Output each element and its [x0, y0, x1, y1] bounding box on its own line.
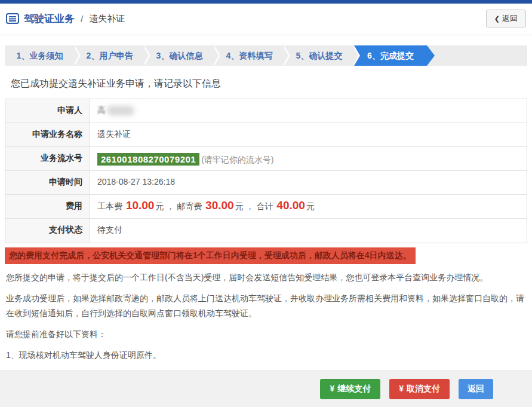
continue-payment-label: 继续支付: [337, 384, 371, 393]
step-tab-6-active[interactable]: 6、完成提交: [354, 45, 427, 66]
step-label: 3、确认信息: [156, 51, 203, 60]
step-tab-1[interactable]: 1、业务须知: [5, 45, 75, 66]
wizard-steps: 1、业务须知 2、用户申告 3、确认信息 4、资料填写 5、确认提交 6、完成提…: [5, 45, 527, 66]
row-value-fees: 工本费 10.00元 ， 邮寄费 30.00元 ， 合计 40.00元: [90, 195, 527, 218]
note-paragraph: 您所提交的申请，将于提交后的一个工作日(不含当天)受理，届时会发送短信告知受理结…: [6, 270, 526, 285]
serial-note: (请牢记你的流水号): [201, 155, 273, 164]
header-back-label: 返回: [502, 14, 518, 23]
breadcrumb: 驾驶证业务 / 遗失补证: [6, 12, 125, 26]
row-label: 申请业务名称: [5, 123, 90, 146]
row-label: 业务流水号: [5, 147, 90, 170]
step-label: 1、业务须知: [17, 51, 63, 60]
row-label: 申请时间: [5, 171, 90, 194]
note-paragraph: 1、现场核对机动车驾驶人身份证明原件。: [6, 348, 526, 363]
row-label: 支付状态: [5, 219, 90, 243]
cancel-payment-label: 取消支付: [407, 384, 440, 393]
footer-back-button[interactable]: 返回: [459, 379, 493, 399]
page-subtitle: 遗失补证: [89, 13, 125, 25]
fee-amount: 30.00: [204, 199, 235, 212]
step-label: 4、资料填写: [226, 51, 273, 60]
step-tab-5[interactable]: 5、确认提交: [284, 45, 354, 66]
info-table: 申请人 高 申请业务名称 遗失补证 业务流水号 2610018082700792…: [5, 99, 527, 243]
table-row-payment-status: 支付状态 待支付: [5, 219, 527, 243]
fee-suffix: 元: [306, 201, 315, 211]
footer-back-label: 返回: [468, 384, 484, 393]
fee-name: 工本费: [97, 201, 125, 211]
row-label: 申请人: [5, 99, 90, 123]
step-tab-3[interactable]: 3、确认信息: [144, 45, 214, 66]
fee-name: 邮寄费: [177, 201, 204, 211]
yen-icon: ¥: [330, 384, 334, 393]
footer-action-bar: ¥继续支付 ¥取消支付 返回: [0, 371, 532, 407]
step-tab-2[interactable]: 2、用户申告: [75, 45, 144, 66]
yen-icon: ¥: [399, 384, 404, 393]
serial-number-badge: 261001808270079201: [97, 153, 199, 166]
fee-suffix: 元 ，: [155, 201, 177, 211]
row-value: 2018-08-27 13:26:18: [90, 171, 527, 194]
breadcrumb-separator: /: [81, 14, 83, 24]
note-paragraph: 请您提前准备好以下资料：: [6, 327, 526, 342]
header-back-button[interactable]: ❮返回: [486, 10, 526, 27]
continue-payment-button[interactable]: ¥继续支付: [320, 379, 380, 399]
cancel-payment-button[interactable]: ¥取消支付: [389, 379, 450, 399]
list-icon: [6, 13, 19, 24]
step-label: 2、用户申告: [87, 51, 133, 60]
row-value-payment-status: 待支付: [90, 219, 527, 243]
fee-amount: 10.00: [125, 199, 156, 212]
table-row-serial: 业务流水号 261001808270079201(请牢记你的流水号): [5, 147, 527, 171]
chevron-left-icon: ❮: [494, 15, 500, 22]
steps-filler: [427, 45, 527, 66]
fee-suffix: 元 ，: [235, 201, 257, 211]
row-value-applicant: 高: [90, 99, 527, 123]
step-tab-4[interactable]: 4、资料填写: [214, 45, 284, 66]
applicant-name-partial: 高: [97, 105, 106, 115]
note-paragraph: 业务成功受理后，如果选择邮政寄递的，邮政人员将上门送达机动车驾驶证，并收取办理业…: [6, 291, 526, 321]
fee-amount: 40.00: [275, 199, 306, 212]
page-title: 驾驶证业务: [24, 12, 75, 26]
page: 驾驶证业务 / 遗失补证 ❮返回 1、业务须知 2、用户申告 3、确认信息 4、…: [0, 0, 532, 407]
table-row-fees: 费用 工本费 10.00元 ， 邮寄费 30.00元 ， 合计 40.00元: [5, 195, 527, 219]
row-label: 费用: [5, 195, 90, 218]
success-message: 您已成功提交遗失补证业务申请，请记录以下信息: [11, 78, 526, 90]
row-value-serial: 261001808270079201(请牢记你的流水号): [90, 147, 527, 170]
step-label: 6、完成提交: [367, 51, 414, 60]
notes-section: 您所提交的申请，将于提交后的一个工作日(不含当天)受理，届时会发送短信告知受理结…: [6, 270, 526, 384]
redaction-blur: [107, 106, 134, 115]
fee-name: 合计: [256, 201, 275, 211]
step-label: 5、确认提交: [296, 51, 343, 60]
row-value: 遗失补证: [90, 123, 527, 146]
page-header: 驾驶证业务 / 遗失补证 ❮返回: [0, 4, 532, 35]
table-row-applicant: 申请人 高: [5, 99, 527, 123]
payment-warning-banner: 您的费用支付完成后，公安机关交通管理部门将在1个工作日内受理，受理成功后，邮政人…: [5, 247, 416, 264]
table-row-business-name: 申请业务名称 遗失补证: [5, 123, 527, 147]
table-row-apply-time: 申请时间 2018-08-27 13:26:18: [5, 171, 527, 195]
